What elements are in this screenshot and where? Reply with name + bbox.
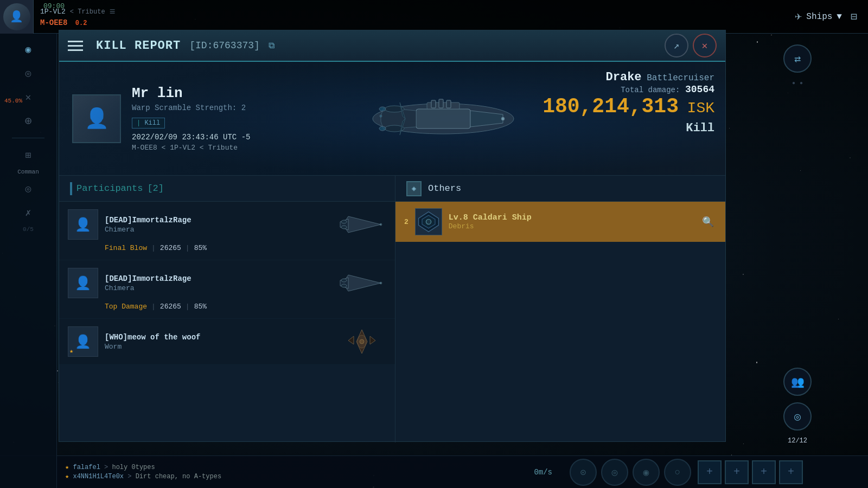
right-btn-compass[interactable]: ⇄ (783, 44, 812, 73)
add-btn-4[interactable]: + (779, 460, 803, 484)
svg-point-15 (380, 115, 382, 117)
svg-marker-28 (370, 336, 375, 344)
stat-damage-1: 26265 (160, 244, 181, 252)
right-dots: ● ● (792, 80, 803, 86)
section-bar (70, 182, 72, 195)
cube-icon: ◈ (406, 181, 422, 196)
isk-value: 180,214,313 (542, 95, 679, 118)
export-button[interactable]: ↗ (665, 34, 688, 57)
player-title: < Tribute (70, 8, 105, 16)
sidebar-icon-scan[interactable]: ◎ (7, 178, 50, 199)
right-btn-nav[interactable]: ◎ (783, 402, 812, 431)
close-button[interactable]: ✕ (693, 34, 717, 57)
others-header: ◈ Others (395, 176, 725, 202)
others-list: 2 Lv.8 Caldari Ship Debris (395, 202, 725, 442)
hud-circle-4[interactable]: ○ (664, 459, 691, 486)
chat-star-1: ★ (65, 464, 69, 471)
kill-location: M-OEE8 < 1P-VL2 < Tribute (132, 144, 250, 152)
participant-ship-img-3 (337, 328, 386, 355)
sidebar-count: 0/5 (23, 226, 34, 233)
add-btn-2[interactable]: + (725, 460, 749, 484)
sidebar-icon-map[interactable]: ◉ (7, 39, 50, 60)
svg-point-8 (379, 126, 386, 131)
damage-row: Total damage: 30564 (542, 84, 714, 95)
sidebar-icon-target[interactable]: ✕ (7, 87, 50, 107)
svg-rect-10 (439, 99, 443, 108)
chat-text-2: Dirt cheap, no A-types (136, 473, 221, 480)
panel-title: KILL REPORT (96, 39, 181, 53)
sidebar-icon-cross[interactable]: ✗ (7, 202, 50, 223)
participant-item-2[interactable]: 👤 [DEAD]ImmortalzRage Chimera (59, 260, 395, 319)
chat-name-1: falafel (73, 464, 100, 471)
add-btn-1[interactable]: + (698, 460, 722, 484)
chat-arrow-1: > (104, 464, 112, 471)
others-search-icon[interactable]: 🔍 (699, 213, 717, 230)
participant-avatar-3: 👤 ★ (68, 326, 98, 357)
route-display: 12/12 (788, 437, 807, 445)
dot-2: ● (800, 80, 803, 86)
ship-image (351, 70, 535, 168)
stat-percent-2: 85% (194, 303, 207, 311)
filter-icon[interactable]: ⊟ (851, 10, 857, 23)
right-btn-people[interactable]: 👥 (783, 368, 812, 396)
sidebar-command-label: Comman (15, 169, 41, 175)
participant-details-1: [DEAD]ImmortalzRage Chimera (105, 216, 331, 234)
participant-row: 👤 [DEAD]ImmortalzRage Chimera (68, 209, 386, 240)
others-title: Others (428, 183, 461, 194)
hud-circle-1[interactable]: ⊙ (570, 459, 597, 486)
participants-title: Participants (76, 183, 143, 194)
svg-marker-21 (343, 275, 381, 291)
others-panel: ◈ Others 2 (395, 176, 725, 442)
ships-button[interactable]: ✈ Ships ▼ (795, 9, 842, 24)
participant-item[interactable]: 👤 [DEAD]ImmortalzRage Chimera (59, 202, 395, 260)
panel-actions: ↗ ✕ (665, 34, 717, 57)
player-name-row: 1P-VL2 < Tribute ≡ (40, 7, 788, 17)
svg-point-18 (341, 220, 347, 223)
hud-circle-2[interactable]: ◎ (601, 459, 628, 486)
others-item-1[interactable]: 2 Lv.8 Caldari Ship Debris (395, 202, 725, 242)
participant-item-3[interactable]: 👤 ★ [WHO]meow of the woof Worm (59, 319, 395, 365)
svg-point-30 (360, 339, 364, 344)
hud-add-buttons: + + + + (698, 460, 803, 484)
ship-thumb-3 (337, 325, 386, 358)
sidebar-icon-location[interactable]: ◎ (7, 63, 50, 84)
svg-rect-1 (416, 109, 470, 129)
game-time: 09:00 (43, 2, 65, 10)
ship-icon: ✈ (795, 9, 802, 24)
participant-avatar-2: 👤 (68, 268, 98, 298)
chat-area: ★ falafel > holy 0types ★ x4NN1H1L4Te0x … (65, 463, 516, 481)
svg-rect-9 (431, 100, 436, 108)
participant-ship-img-1 (337, 211, 386, 238)
bottom-hud: ★ falafel > holy 0types ★ x4NN1H1L4Te0x … (0, 455, 868, 488)
chat-line-1: ★ falafel > holy 0types (65, 463, 516, 471)
stat-label-1: Final Blow (105, 244, 147, 252)
sidebar-icon-command[interactable]: ⊞ (7, 145, 50, 165)
right-bottom-btns: 👥 ◎ 12/12 (783, 368, 812, 445)
participant-list: 👤 [DEAD]ImmortalzRage Chimera (59, 202, 395, 442)
total-damage-label: Total damage: (621, 86, 680, 94)
copy-icon[interactable]: ⧉ (269, 41, 275, 51)
star-icon-3: ★ (69, 347, 73, 355)
player-avatar: 👤 (0, 0, 34, 34)
hud-circle-3[interactable]: ◉ (633, 459, 660, 486)
svg-point-25 (380, 282, 382, 284)
svg-point-20 (380, 223, 382, 226)
svg-rect-11 (446, 100, 451, 108)
badge-dot: | (137, 119, 144, 127)
stat-percent-1: 85% (194, 244, 207, 252)
ship-thumb-1 (337, 211, 386, 238)
speed-value: 0m/s (534, 468, 552, 477)
top-hud-bar: 👤 1P-VL2 < Tribute ≡ M-OEE8 0.2 09:00 ✈ … (0, 0, 868, 34)
others-item-count-1: 2 (404, 218, 409, 226)
total-damage-value: 30564 (685, 84, 714, 95)
kill-info-section: 👤 Mr lin Warp Scramble Strength: 2 | Kil… (59, 62, 725, 176)
others-item-icon-1 (415, 208, 442, 235)
debris-icon (416, 209, 441, 234)
sidebar-icon-people[interactable]: ⊕ (7, 111, 50, 131)
stat-label-2: Top Damage (105, 303, 147, 311)
menu-button[interactable] (68, 36, 87, 55)
participants-panel: Participants [2] 👤 [DEAD]ImmortalzRage C… (59, 176, 395, 442)
participant-name-2: [DEAD]ImmortalzRage (105, 274, 331, 283)
add-btn-3[interactable]: + (752, 460, 776, 484)
participant-stats-2: Top Damage | 26265 | 85% (68, 303, 386, 311)
